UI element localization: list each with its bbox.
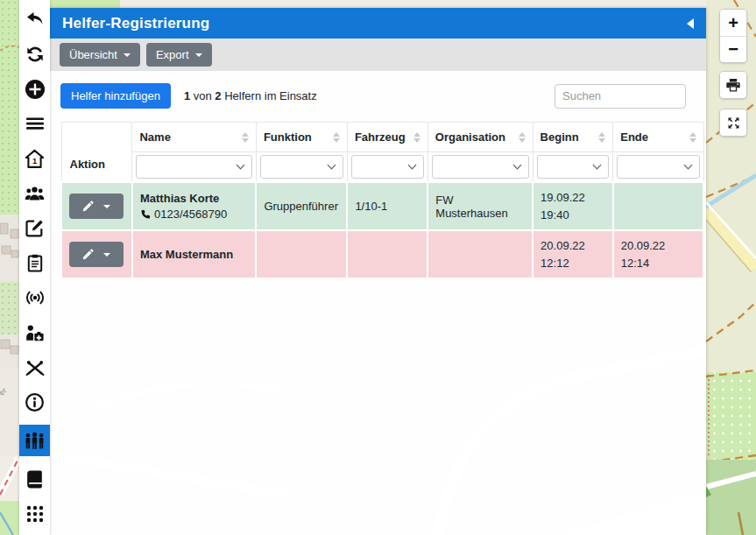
funktion-cell: Gruppenführer — [256, 182, 347, 230]
panel-header: Helfer-Registrierung — [50, 8, 706, 39]
broadcast-icon[interactable] — [19, 285, 50, 310]
sidebar-item-helper-registration[interactable] — [19, 425, 50, 456]
print-button[interactable] — [720, 72, 746, 98]
phone-icon — [140, 209, 151, 220]
uebersicht-label: Übersicht — [69, 48, 117, 61]
total-count: 2 — [215, 89, 221, 102]
add-helper-button[interactable]: Helfer hinzufügen — [60, 83, 171, 109]
caret-down-icon — [124, 53, 131, 57]
panel-toolbar: Übersicht Export — [50, 39, 706, 71]
fahrzeug-cell — [347, 230, 427, 278]
helpers-table: Aktion Name Funktion Fahrzeug Organisati… — [60, 122, 704, 279]
sort-icon[interactable] — [408, 132, 420, 143]
caret-down-icon — [103, 205, 110, 208]
ende-cell — [613, 182, 703, 230]
home-section-1-icon[interactable]: 1 — [19, 146, 50, 171]
edit-helper-button[interactable] — [69, 242, 124, 267]
caret-down-icon — [103, 253, 110, 257]
beginn-cell: 19.09.2219:40 — [533, 182, 613, 230]
expand-arrows-icon — [726, 116, 741, 130]
sort-icon[interactable] — [237, 132, 249, 143]
table-row: Max Mustermann 20.09.2212:12 20.09.2212:… — [61, 230, 703, 278]
sidebar: 1 — [19, 0, 50, 535]
phone-number: 0123/4568790 — [154, 208, 227, 221]
printer-icon — [724, 76, 742, 94]
uebersicht-dropdown-button[interactable]: Übersicht — [60, 43, 140, 67]
filter-select-ende[interactable] — [617, 155, 699, 179]
active-count: 1 — [184, 89, 190, 102]
refresh-icon[interactable] — [19, 42, 50, 67]
organisation-cell — [427, 230, 533, 278]
filter-select-organisation[interactable] — [432, 155, 529, 179]
column-header-name[interactable]: Name — [132, 123, 256, 152]
medic-icon[interactable] — [19, 320, 50, 345]
aktion-cell — [61, 230, 132, 278]
caret-down-icon — [195, 53, 202, 57]
sort-icon[interactable] — [593, 132, 605, 143]
column-header-fahrzeug[interactable]: Fahrzeug — [347, 123, 427, 152]
action-row: Helfer hinzufügen 1 von 2 Helfern im Ein… — [60, 83, 704, 109]
export-dropdown-button[interactable]: Export — [146, 43, 212, 67]
column-header-beginn[interactable]: Beginn — [533, 123, 613, 152]
page-title: Helfer-Registrierung — [62, 15, 209, 32]
funktion-cell — [256, 230, 347, 278]
sort-icon[interactable] — [513, 132, 526, 143]
fullscreen-button[interactable] — [720, 109, 746, 136]
collapse-panel-button[interactable] — [687, 18, 694, 29]
pencil-icon — [82, 249, 94, 260]
zoom-control: + − — [719, 9, 747, 63]
column-header-aktion: Aktion — [61, 123, 132, 183]
info-icon[interactable] — [19, 391, 50, 415]
zoom-in-button[interactable]: + — [720, 10, 746, 36]
chevron-left-icon — [687, 18, 694, 29]
filter-select-funktion[interactable] — [260, 155, 343, 179]
column-header-funktion[interactable]: Funktion — [256, 123, 347, 152]
zoom-out-button[interactable]: − — [720, 36, 746, 62]
filter-select-name[interactable] — [136, 155, 251, 179]
add-circle-icon[interactable] — [19, 77, 50, 102]
aktion-cell — [61, 182, 132, 230]
fahrzeug-cell: 1/10-1 — [347, 182, 427, 230]
edit-icon[interactable] — [19, 216, 50, 241]
filter-select-fahrzeug[interactable] — [351, 155, 424, 179]
apps-grid-icon[interactable] — [19, 502, 50, 526]
fullscreen-control — [719, 109, 747, 137]
export-label: Export — [156, 48, 189, 61]
edit-helper-button[interactable] — [69, 194, 124, 219]
status-text: 1 von 2 Helfern im Einsatz — [184, 89, 317, 102]
book-icon[interactable] — [19, 467, 50, 491]
filter-select-beginn[interactable] — [537, 155, 610, 179]
pencil-icon — [82, 201, 94, 212]
ende-cell: 20.09.2212:14 — [613, 230, 703, 278]
sort-icon[interactable] — [328, 132, 340, 143]
sort-icon[interactable] — [684, 132, 696, 143]
print-control — [719, 71, 747, 99]
group-icon[interactable] — [19, 181, 50, 206]
clipboard-icon[interactable] — [19, 250, 50, 275]
helper-registration-panel: Helfer-Registrierung Übersicht Export He… — [50, 8, 706, 535]
column-header-ende[interactable]: Ende — [613, 123, 703, 152]
undo-icon[interactable] — [19, 7, 50, 32]
panel-body: Helfer hinzufügen 1 von 2 Helfern im Ein… — [50, 71, 706, 535]
name-cell: Matthias Korte 0123/4568790 — [132, 182, 256, 230]
svg-text:1: 1 — [32, 156, 37, 165]
column-header-organisation[interactable]: Organisation — [427, 123, 533, 152]
search-input[interactable] — [555, 84, 686, 109]
name-cell: Max Mustermann — [132, 230, 256, 278]
helpers-icon — [22, 429, 47, 452]
crossed-tools-icon[interactable] — [19, 355, 50, 380]
beginn-cell: 20.09.2212:12 — [533, 230, 613, 278]
table-row: Matthias Korte 0123/4568790 Gruppenführe… — [61, 182, 703, 230]
organisation-cell: FW Musterhausen — [427, 182, 533, 230]
menu-icon[interactable] — [19, 111, 50, 136]
